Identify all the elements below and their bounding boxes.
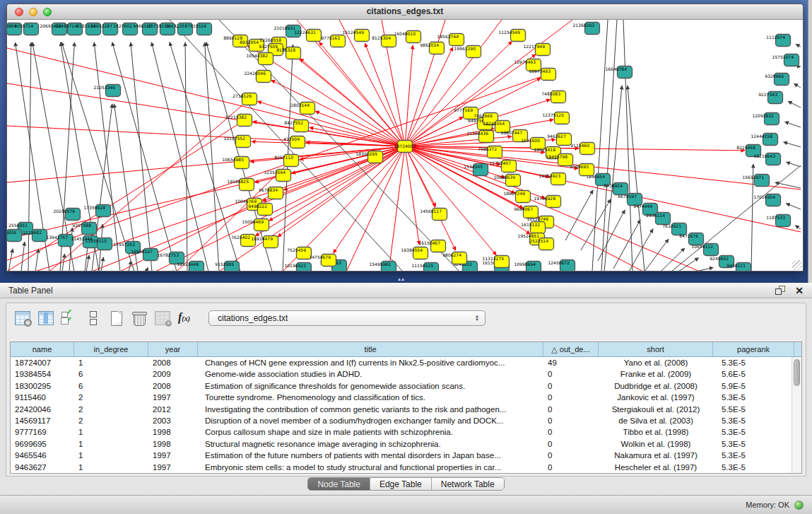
cell-title[interactable]: Genome-wide association studies in ADHD. [198, 368, 543, 380]
cell-title[interactable]: Disruption of a novel member of a sodium… [198, 415, 543, 426]
cell-in_degree[interactable]: 1 [74, 450, 148, 461]
cell-title[interactable]: Structural magnetic resonance image aver… [198, 438, 543, 450]
table-source-combobox[interactable]: citations_edges.txt ▲▼ [208, 310, 486, 326]
cell-in_degree[interactable]: 2 [74, 404, 148, 415]
table-row[interactable]: 946554611997Estimation of the future num… [11, 450, 801, 461]
graph-edge[interactable] [628, 86, 645, 271]
cell-name[interactable]: 9777169 [11, 426, 74, 438]
cell-name[interactable]: 9465546 [11, 450, 74, 461]
graph-edge[interactable] [101, 257, 103, 271]
cell-out_de[interactable]: 0 [543, 404, 599, 415]
graph-edge[interactable] [405, 47, 453, 146]
graph-edge[interactable] [315, 111, 405, 146]
graph-edge[interactable] [786, 204, 801, 209]
network-canvas[interactable]: 1872400718300295211088490557142069140622… [7, 20, 803, 271]
cell-name[interactable]: 18300295 [11, 380, 74, 392]
cell-year[interactable]: 1997 [148, 462, 198, 473]
cell-year[interactable]: 1998 [148, 438, 198, 450]
table-row[interactable]: 969969511998Structural magnetic resonanc… [11, 438, 801, 450]
table-row[interactable]: 1938455462009Genome-wide association stu… [11, 368, 801, 380]
trash-icon[interactable] [131, 311, 147, 325]
cell-short[interactable]: de Silva et al. (2003) [599, 415, 713, 426]
cell-out_de[interactable]: 0 [543, 438, 599, 450]
cell-short[interactable]: Jankovic et al. (1997) [599, 392, 713, 403]
row-check-icon[interactable] [61, 311, 77, 325]
tab-edge-table[interactable]: Edge Table [370, 478, 431, 490]
network-window-titlebar[interactable]: citations_edges.txt [7, 4, 803, 20]
cell-title[interactable]: Corpus callosum shape and size in male p… [198, 426, 543, 438]
graph-edge[interactable] [623, 20, 632, 271]
cell-out_de[interactable]: 0 [543, 462, 599, 473]
cell-short[interactable]: Franke et al. (2009) [599, 368, 713, 380]
table-row[interactable]: 977716911998Corpus callosum shape and si… [11, 426, 801, 438]
table-row[interactable]: 1456911722003Disruption of a novel membe… [11, 415, 801, 426]
cell-pagerank[interactable]: 5.5E-5 [713, 404, 794, 415]
graph-edge[interactable] [146, 267, 148, 271]
rows-icon[interactable] [85, 311, 100, 325]
cell-name[interactable]: 14569117 [11, 415, 74, 426]
cell-pagerank[interactable]: 5.3E-5 [713, 415, 794, 426]
cell-name[interactable]: 9115460 [11, 392, 74, 403]
memory-indicator[interactable] [794, 501, 804, 510]
cell-year[interactable]: 2003 [148, 415, 198, 426]
graph-edge[interactable] [21, 242, 25, 271]
cell-year[interactable]: 2008 [148, 357, 198, 368]
table-row[interactable]: 2242004622012Investigating the contribut… [11, 404, 801, 415]
cell-out_de[interactable]: 0 [543, 450, 599, 461]
graph-edge[interactable] [678, 258, 699, 271]
cell-out_de[interactable]: 49 [543, 357, 599, 368]
graph-edge[interactable] [661, 248, 685, 271]
cell-name[interactable]: 9463627 [11, 462, 74, 473]
column-header-short[interactable]: short [599, 342, 713, 356]
cell-year[interactable]: 1997 [148, 450, 198, 461]
column-header-name[interactable]: name [11, 342, 74, 356]
float-panel-icon[interactable] [775, 286, 785, 295]
graph-edge[interactable] [613, 220, 640, 269]
cell-pagerank[interactable]: 5.9E-5 [713, 380, 794, 392]
graph-edge[interactable] [28, 42, 31, 271]
graph-edge[interactable] [696, 267, 713, 271]
cell-year[interactable]: 1997 [148, 392, 198, 403]
cell-short[interactable]: Wolkin et al. (1998) [599, 438, 713, 450]
close-panel-icon[interactable]: ✕ [795, 286, 804, 296]
cell-out_de[interactable]: 0 [543, 368, 599, 380]
graph-edge[interactable] [346, 146, 405, 271]
cell-year[interactable]: 2012 [148, 404, 198, 415]
cell-short[interactable]: Dudbridge et al. (2008) [599, 380, 713, 392]
cell-name[interactable]: 18724007 [11, 357, 74, 368]
cell-title[interactable]: Embryonic stem cells: a model to study s… [198, 462, 543, 473]
graph-edge[interactable] [788, 101, 801, 107]
cell-short[interactable]: Yano et al. (2008) [599, 357, 713, 368]
graph-edge[interactable] [751, 164, 753, 271]
graph-edge[interactable] [645, 239, 669, 271]
splitter-handle[interactable]: ▴▴ [398, 276, 405, 282]
cell-short[interactable]: Tibbo et al. (1998) [599, 426, 713, 438]
cell-out_de[interactable]: 0 [543, 415, 599, 426]
cell-out_de[interactable]: 0 [543, 380, 599, 392]
delete-table-icon[interactable] [155, 311, 170, 325]
graph-edge[interactable] [283, 146, 405, 190]
cell-in_degree[interactable]: 1 [74, 357, 148, 368]
cell-in_degree[interactable]: 2 [74, 392, 148, 403]
table-vertical-scrollbar[interactable] [792, 357, 801, 473]
cell-short[interactable]: Hescheler et al. (1997) [599, 462, 713, 473]
cell-title[interactable]: Changes of HCN gene expression and I(f) … [198, 357, 543, 368]
graph-edge[interactable] [131, 42, 152, 271]
graph-edge[interactable] [565, 190, 593, 240]
graph-edge[interactable] [581, 199, 611, 250]
column-header-title[interactable]: title [198, 342, 543, 356]
cell-out_de[interactable]: 0 [543, 426, 599, 438]
cell-in_degree[interactable]: 6 [74, 368, 148, 380]
cell-short[interactable]: Nakamura et al. (1997) [599, 450, 713, 461]
cell-title[interactable]: Estimation of significance thresholds fo… [198, 380, 543, 392]
cell-in_degree[interactable]: 1 [74, 462, 148, 473]
column-header-in_degree[interactable]: in_degree [74, 342, 148, 356]
cell-pagerank[interactable]: 5.3E-5 [713, 438, 794, 450]
graph-edge[interactable] [796, 44, 801, 47]
table-row[interactable]: 1830029562008Estimation of significance … [11, 380, 801, 392]
graph-edge[interactable] [205, 42, 219, 271]
cell-out_de[interactable]: 0 [543, 392, 599, 403]
scrollbar-thumb[interactable] [794, 359, 800, 386]
tab-network-table[interactable]: Network Table [431, 478, 504, 490]
graph-edge[interactable] [177, 160, 291, 271]
